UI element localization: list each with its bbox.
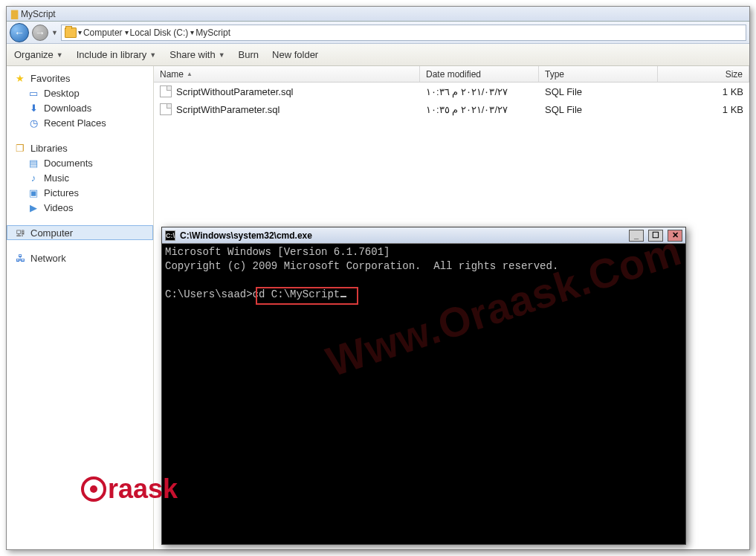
- downloads-icon: ⬇: [28, 102, 39, 114]
- file-name: ScriptWithParameter.sql: [176, 104, 280, 115]
- new-folder-button[interactable]: New folder: [272, 49, 318, 60]
- breadcrumb[interactable]: ▾ Computer▾ Local Disk (C:)▾ MyScript: [61, 25, 746, 41]
- folder-icon: [65, 28, 77, 38]
- recent-icon: ◷: [28, 117, 39, 129]
- table-row[interactable]: ScriptWithParameter.sql ٢٠٢١/٠٣/٢٧ م ١٠:…: [154, 100, 749, 118]
- sort-asc-icon: ▲: [187, 71, 193, 77]
- sidebar-item-desktop[interactable]: ▭Desktop: [7, 85, 153, 100]
- file-type: SQL File: [539, 86, 658, 97]
- sidebar-item-pictures[interactable]: ▣Pictures: [7, 185, 153, 200]
- cmd-line-2: Copyright (c) 2009 Microsoft Corporation…: [165, 260, 558, 272]
- address-bar: ← → ▼ ▾ Computer▾ Local Disk (C:)▾ MyScr…: [7, 22, 749, 44]
- sidebar-item-music[interactable]: ♪Music: [7, 170, 153, 185]
- include-in-library-menu[interactable]: Include in library▼: [77, 49, 157, 60]
- column-name[interactable]: Name▲: [154, 66, 420, 82]
- cmd-title-text: C:\Windows\system32\cmd.exe: [180, 230, 312, 241]
- cmd-line-1: Microsoft Windows [Version 6.1.7601]: [165, 246, 390, 258]
- explorer-toolbar: Organize▼ Include in library▼ Share with…: [7, 44, 749, 66]
- explorer-titlebar[interactable]: ▇ MyScript: [7, 7, 749, 22]
- cmd-titlebar[interactable]: C:\ C:\Windows\system32\cmd.exe _ ☐ ✕: [162, 227, 685, 244]
- chevron-icon: ▾: [190, 28, 194, 36]
- computer-icon: 🖳: [14, 227, 26, 239]
- file-icon: [160, 103, 172, 115]
- folder-icon: ▇: [11, 9, 18, 19]
- breadcrumb-seg-2[interactable]: MyScript: [196, 28, 230, 38]
- sidebar-item-downloads[interactable]: ⬇Downloads: [7, 100, 153, 115]
- chevron-icon: ▾: [78, 28, 82, 36]
- videos-icon: ▶: [28, 201, 39, 213]
- libraries-icon: ❐: [14, 142, 26, 154]
- file-type: SQL File: [539, 104, 658, 115]
- chevron-icon: ▾: [125, 28, 129, 36]
- file-icon: [160, 85, 172, 97]
- column-type[interactable]: Type: [539, 66, 658, 82]
- star-icon: ★: [14, 72, 26, 84]
- column-size[interactable]: Size: [658, 66, 749, 82]
- share-with-menu[interactable]: Share with▼: [169, 49, 224, 60]
- column-date[interactable]: Date modified: [420, 66, 539, 82]
- documents-icon: ▤: [28, 157, 39, 169]
- close-button[interactable]: ✕: [668, 230, 682, 242]
- navigation-pane: ★Favorites ▭Desktop ⬇Downloads ◷Recent P…: [7, 66, 154, 549]
- breadcrumb-seg-0[interactable]: Computer: [83, 28, 123, 38]
- breadcrumb-seg-1[interactable]: Local Disk (C:): [130, 28, 189, 38]
- sidebar-item-videos[interactable]: ▶Videos: [7, 200, 153, 215]
- cmd-icon: C:\: [165, 230, 175, 241]
- minimize-button[interactable]: _: [629, 230, 644, 242]
- sidebar-item-documents[interactable]: ▤Documents: [7, 155, 153, 170]
- sidebar-item-computer[interactable]: 🖳Computer: [7, 225, 153, 240]
- file-date: ٢٠٢١/٠٣/٢٧ م ١٠:٣٦: [420, 86, 539, 97]
- organize-menu[interactable]: Organize▼: [14, 49, 63, 60]
- sidebar-libraries[interactable]: ❐Libraries: [7, 140, 153, 155]
- file-date: ٢٠٢١/٠٣/٢٧ م ١٠:٣٥: [420, 104, 539, 115]
- window-title: MyScript: [21, 9, 56, 19]
- burn-button[interactable]: Burn: [239, 49, 259, 60]
- cursor-icon: [340, 296, 346, 297]
- nav-history-dropdown[interactable]: ▼: [51, 29, 58, 36]
- network-icon: 🖧: [14, 252, 26, 264]
- cmd-output[interactable]: Microsoft Windows [Version 6.1.7601] Cop…: [162, 244, 685, 544]
- chevron-down-icon: ▼: [149, 51, 156, 59]
- column-headers: Name▲ Date modified Type Size: [154, 66, 749, 83]
- nav-forward-button[interactable]: →: [32, 25, 48, 41]
- cmd-prompt: C:\Users\saad>: [165, 288, 253, 300]
- nav-back-button[interactable]: ←: [10, 23, 29, 42]
- pictures-icon: ▣: [28, 187, 39, 198]
- file-size: 1 KB: [658, 104, 749, 115]
- sidebar-item-recent-places[interactable]: ◷Recent Places: [7, 115, 153, 130]
- chevron-down-icon: ▼: [56, 51, 63, 59]
- file-name: ScriptWithoutParameter.sql: [176, 86, 294, 97]
- desktop-icon: ▭: [28, 87, 39, 99]
- music-icon: ♪: [28, 172, 39, 184]
- table-row[interactable]: ScriptWithoutParameter.sql ٢٠٢١/٠٣/٢٧ م …: [154, 83, 749, 100]
- file-size: 1 KB: [658, 86, 749, 97]
- chevron-down-icon: ▼: [219, 51, 225, 59]
- cmd-command: cd C:\MyScript: [253, 288, 340, 300]
- sidebar-item-network[interactable]: 🖧Network: [7, 250, 153, 265]
- cmd-window[interactable]: C:\ C:\Windows\system32\cmd.exe _ ☐ ✕ Mi…: [161, 227, 686, 545]
- maximize-button[interactable]: ☐: [648, 230, 663, 242]
- sidebar-favorites[interactable]: ★Favorites: [7, 71, 153, 85]
